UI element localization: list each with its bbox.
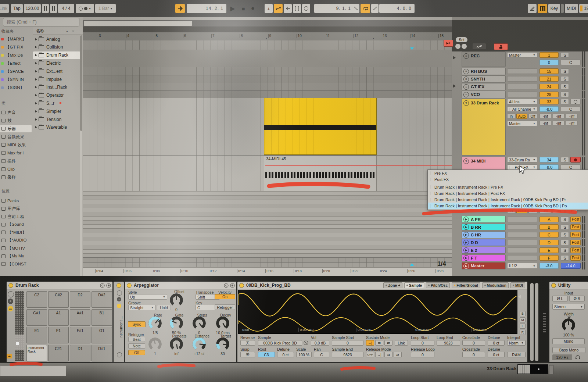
headphone-icon[interactable] bbox=[575, 355, 580, 360]
collection-item[interactable]: 【Mix De bbox=[0, 51, 32, 59]
return-post-button[interactable]: Post bbox=[570, 240, 581, 245]
track-solo-button[interactable]: S bbox=[561, 84, 569, 89]
midi-volume[interactable]: -8.0 bbox=[539, 164, 559, 170]
return-post-button[interactable]: Post bbox=[570, 217, 581, 222]
return-letter[interactable]: B bbox=[539, 224, 559, 230]
folder-item[interactable]: Collision bbox=[33, 43, 80, 51]
drum-send-b[interactable]: -inf bbox=[553, 114, 564, 119]
lane-rhbus[interactable] bbox=[83, 67, 452, 75]
folder-item[interactable]: Simpler bbox=[33, 107, 80, 115]
loop-start-field[interactable]: 0 bbox=[411, 340, 434, 346]
tab-midi[interactable]: MIDI bbox=[510, 282, 525, 288]
dropdown-item[interactable]: Drum Rack | Instrument Rack | Instrument… bbox=[428, 203, 588, 209]
drum-send-e[interactable]: -inf bbox=[553, 121, 564, 126]
lane-gtifx[interactable] bbox=[83, 83, 452, 90]
folder-item[interactable]: Ext...ent bbox=[33, 67, 80, 75]
device-on-led[interactable] bbox=[239, 283, 244, 288]
master-cue-volume[interactable]: -14.0 bbox=[561, 263, 581, 269]
track-gt-ifx[interactable]: ≡GT IFX bbox=[462, 83, 506, 90]
expand-arrow-icon[interactable] bbox=[35, 78, 37, 81]
hot-swap-icon[interactable] bbox=[224, 283, 229, 288]
tab-sample[interactable]: Sample bbox=[404, 282, 424, 288]
drum-pad-selected[interactable]: Instrument Rack bbox=[26, 345, 47, 361]
nudge-up-button[interactable] bbox=[50, 4, 57, 13]
return-letter[interactable]: F bbox=[539, 255, 559, 261]
lane-extra-1[interactable] bbox=[83, 257, 452, 262]
detune3-field[interactable]: 0 ct bbox=[488, 352, 505, 357]
lane-spacer[interactable] bbox=[83, 40, 452, 50]
thin-lane[interactable] bbox=[83, 241, 452, 245]
collection-item[interactable]: 【GT FIX bbox=[0, 43, 32, 51]
key-zone-scroll[interactable] bbox=[549, 365, 553, 374]
expand-arrow-icon[interactable] bbox=[35, 46, 37, 48]
track-pan-center[interactable]: C bbox=[561, 60, 581, 65]
tempo-field[interactable]: 120.00 bbox=[24, 4, 41, 13]
category-item-8[interactable]: Clip bbox=[0, 165, 32, 173]
collection-item[interactable]: 【MARK】 bbox=[0, 35, 32, 43]
drum-pad[interactable]: E1 bbox=[26, 327, 47, 343]
track-number[interactable]: 15 bbox=[539, 68, 559, 74]
return-track-b[interactable]: ▶B RR bbox=[462, 224, 506, 231]
return-letter[interactable]: D bbox=[539, 240, 559, 245]
lane-snyth[interactable] bbox=[83, 75, 452, 83]
link-button[interactable]: Link bbox=[395, 340, 408, 346]
folder-item[interactable]: Wavetable bbox=[33, 124, 80, 131]
io-toggle-icon[interactable]: ◂▸ bbox=[7, 354, 12, 358]
pad-view-icon[interactable]: ▬ bbox=[8, 306, 13, 311]
track-menu-icon[interactable]: ≡ bbox=[463, 92, 469, 97]
thin-lane[interactable] bbox=[83, 224, 452, 228]
wave-zoom-m[interactable]: M bbox=[520, 317, 526, 322]
tap-tempo-button[interactable]: Tap bbox=[11, 4, 23, 13]
rec-fold-arrow[interactable] bbox=[453, 56, 456, 60]
root-key-field[interactable]: C3 bbox=[258, 352, 275, 357]
collection-item[interactable]: 【SPACE bbox=[0, 68, 32, 75]
drum-pad[interactable]: B1 bbox=[92, 309, 112, 326]
folder-item[interactable]: Analog bbox=[33, 35, 80, 43]
midi-track-number[interactable]: 34 bbox=[539, 157, 559, 163]
collection-item[interactable]: 【Effect bbox=[0, 60, 32, 67]
sync-button[interactable]: Sync bbox=[128, 321, 146, 327]
loop-length-field[interactable]: 4. 0. 0 bbox=[379, 4, 415, 13]
audio-clip-yellow[interactable] bbox=[264, 98, 377, 155]
expand-arrow-icon[interactable] bbox=[35, 118, 37, 121]
detune2-field[interactable]: 0 ct bbox=[277, 352, 294, 357]
nudge-down-button[interactable] bbox=[42, 4, 49, 13]
collection-item[interactable]: 【SYN IN bbox=[0, 76, 32, 83]
drum-volume[interactable]: -8.0 bbox=[539, 106, 559, 112]
play-circle-icon[interactable]: ▶ bbox=[463, 247, 469, 253]
drum-solo-button[interactable]: S bbox=[561, 99, 569, 104]
knob-width[interactable] bbox=[562, 318, 575, 332]
return-track-d[interactable]: ▶D D bbox=[462, 239, 506, 246]
punch-out-button[interactable] bbox=[302, 4, 310, 13]
place-item-7[interactable]: 【MOTIV bbox=[0, 244, 32, 252]
save-preset-icon[interactable] bbox=[106, 283, 111, 288]
play-circle-icon[interactable]: ▶ bbox=[463, 240, 469, 245]
vol-field[interactable]: 0.0 dB bbox=[311, 340, 329, 346]
expand-arrow-icon[interactable] bbox=[35, 38, 37, 40]
return-routing-empty[interactable] bbox=[507, 240, 537, 245]
sample-start-field[interactable]: 0 bbox=[332, 340, 363, 346]
category-item-6[interactable]: Max for l bbox=[0, 149, 32, 157]
release-off-button[interactable]: OFF bbox=[366, 352, 374, 357]
sample-waveform-display[interactable]: 0:000:00:0100:00:0200:00:0300:00:040 bbox=[238, 290, 517, 334]
drum-send-a[interactable]: -inf bbox=[539, 114, 551, 119]
return-track-f[interactable]: ▶F T bbox=[462, 254, 506, 261]
record-button[interactable]: ● bbox=[248, 4, 257, 13]
return-routing-empty[interactable] bbox=[507, 232, 537, 238]
thin-lane[interactable] bbox=[83, 212, 452, 216]
wave-zoom-b[interactable]: B bbox=[520, 311, 526, 316]
track-master[interactable]: ▶ Master bbox=[462, 262, 506, 269]
drum-input-routing[interactable]: All Ins▼ bbox=[507, 99, 537, 104]
drum-pan[interactable]: C bbox=[561, 106, 581, 112]
return-routing-empty[interactable] bbox=[507, 255, 537, 261]
lane-vco[interactable] bbox=[83, 90, 452, 98]
sample-name-field[interactable]: 00DB Kick Prog BD bbox=[258, 340, 302, 346]
track-vco[interactable]: ≡VCO bbox=[462, 91, 506, 98]
track-menu-icon[interactable]: ≡ bbox=[463, 69, 469, 74]
drum-pad[interactable]: D#1 bbox=[92, 345, 112, 361]
crossfade2-field[interactable]: 0 bbox=[462, 352, 485, 357]
track-solo-button[interactable]: S bbox=[561, 76, 569, 82]
drum-send-c[interactable]: -inf bbox=[566, 114, 578, 119]
fold-track-icon[interactable]: ▼ bbox=[463, 100, 469, 106]
thin-lane[interactable] bbox=[83, 249, 452, 253]
